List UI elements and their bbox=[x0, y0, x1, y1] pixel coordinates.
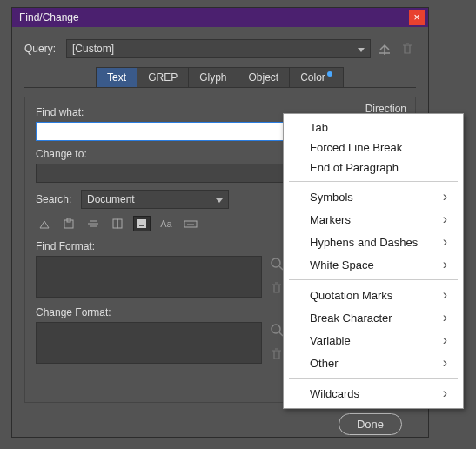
svg-point-8 bbox=[272, 325, 280, 333]
query-row: Query: [Custom] bbox=[24, 39, 416, 58]
menu-item-variable[interactable]: Variable bbox=[284, 329, 463, 352]
special-characters-menu: Tab Forced Line Break End of Paragraph S… bbox=[283, 113, 464, 409]
menu-item-wildcards[interactable]: Wildcards bbox=[284, 382, 463, 405]
indicator-dot-icon bbox=[327, 71, 332, 77]
tab-text[interactable]: Text bbox=[96, 67, 137, 87]
menu-item-symbols[interactable]: Symbols bbox=[284, 185, 463, 208]
svg-rect-2 bbox=[113, 219, 117, 228]
menu-item-markers[interactable]: Markers bbox=[284, 208, 463, 231]
submenu-arrow-icon bbox=[443, 211, 447, 227]
menu-item-break-character[interactable]: Break Character bbox=[284, 306, 463, 329]
find-format-box[interactable] bbox=[36, 256, 262, 298]
submenu-arrow-icon bbox=[443, 355, 447, 371]
change-format-box[interactable] bbox=[36, 322, 262, 364]
tab-bar: Text GREP Glyph Object Color bbox=[24, 67, 416, 88]
menu-separator bbox=[289, 279, 458, 280]
include-locked-layers-icon[interactable] bbox=[36, 216, 53, 231]
svg-rect-0 bbox=[64, 220, 73, 228]
query-value: [Custom] bbox=[72, 43, 114, 55]
menu-separator bbox=[289, 181, 458, 182]
menu-item-tab[interactable]: Tab bbox=[284, 117, 463, 137]
search-label: Search: bbox=[36, 193, 76, 205]
submenu-arrow-icon bbox=[443, 287, 447, 303]
tab-grep[interactable]: GREP bbox=[137, 67, 189, 87]
submenu-arrow-icon bbox=[443, 234, 447, 250]
chevron-down-icon bbox=[358, 43, 365, 55]
include-hidden-layers-icon[interactable] bbox=[84, 216, 102, 231]
chevron-down-icon bbox=[216, 193, 223, 205]
svg-rect-3 bbox=[117, 219, 122, 228]
submenu-arrow-icon bbox=[443, 257, 447, 272]
menu-separator bbox=[289, 378, 458, 379]
include-footnotes-icon[interactable] bbox=[133, 216, 151, 231]
menu-item-hyphens-dashes[interactable]: Hyphens and Dashes bbox=[284, 231, 463, 253]
window-title: Find/Change bbox=[19, 11, 409, 23]
query-select[interactable]: [Custom] bbox=[66, 39, 371, 58]
search-scope-select[interactable]: Document bbox=[81, 190, 229, 209]
submenu-arrow-icon bbox=[443, 310, 447, 325]
include-master-pages-icon[interactable] bbox=[109, 216, 126, 231]
submenu-arrow-icon bbox=[443, 385, 447, 401]
menu-item-quotation-marks[interactable]: Quotation Marks bbox=[284, 284, 463, 306]
done-button[interactable]: Done bbox=[339, 413, 402, 435]
whole-word-icon[interactable] bbox=[182, 216, 199, 231]
menu-item-end-of-paragraph[interactable]: End of Paragraph bbox=[284, 157, 463, 178]
menu-item-other[interactable]: Other bbox=[284, 352, 463, 374]
include-locked-stories-icon[interactable] bbox=[60, 216, 77, 231]
tab-color[interactable]: Color bbox=[289, 67, 344, 87]
save-query-icon[interactable] bbox=[376, 40, 393, 57]
tab-object[interactable]: Object bbox=[238, 67, 291, 87]
menu-item-forced-line-break[interactable]: Forced Line Break bbox=[284, 137, 463, 157]
delete-query-icon[interactable] bbox=[399, 40, 416, 57]
tab-glyph[interactable]: Glyph bbox=[188, 67, 238, 87]
submenu-arrow-icon bbox=[443, 332, 447, 348]
menu-item-white-space[interactable]: White Space bbox=[284, 253, 463, 276]
query-label: Query: bbox=[24, 43, 61, 55]
case-sensitive-icon[interactable]: Aa bbox=[158, 216, 175, 231]
svg-point-7 bbox=[272, 258, 280, 267]
svg-rect-5 bbox=[139, 224, 144, 226]
svg-rect-4 bbox=[137, 219, 146, 228]
close-button[interactable]: × bbox=[409, 10, 425, 25]
submenu-arrow-icon bbox=[443, 189, 447, 204]
titlebar[interactable]: Find/Change × bbox=[12, 8, 428, 27]
